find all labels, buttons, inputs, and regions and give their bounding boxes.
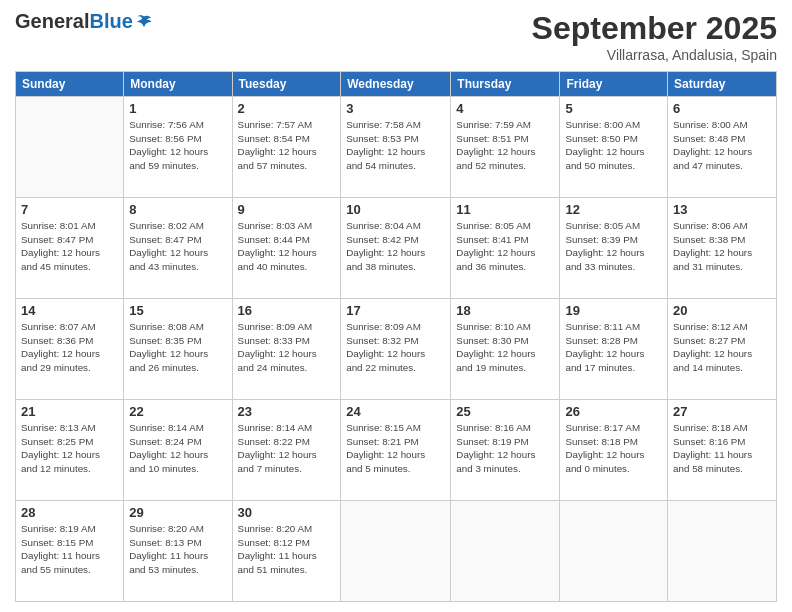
table-cell: 1Sunrise: 7:56 AM Sunset: 8:56 PM Daylig… [124, 97, 232, 198]
day-number: 22 [129, 404, 226, 419]
day-number: 6 [673, 101, 771, 116]
day-number: 27 [673, 404, 771, 419]
day-number: 25 [456, 404, 554, 419]
calendar-week-row: 1Sunrise: 7:56 AM Sunset: 8:56 PM Daylig… [16, 97, 777, 198]
day-number: 21 [21, 404, 118, 419]
table-cell: 11Sunrise: 8:05 AM Sunset: 8:41 PM Dayli… [451, 198, 560, 299]
day-info: Sunrise: 8:19 AM Sunset: 8:15 PM Dayligh… [21, 522, 118, 577]
day-info: Sunrise: 8:16 AM Sunset: 8:19 PM Dayligh… [456, 421, 554, 476]
day-number: 30 [238, 505, 336, 520]
table-cell: 29Sunrise: 8:20 AM Sunset: 8:13 PM Dayli… [124, 501, 232, 602]
table-cell: 14Sunrise: 8:07 AM Sunset: 8:36 PM Dayli… [16, 299, 124, 400]
page: GeneralBlue September 2025 Villarrasa, A… [0, 0, 792, 612]
day-number: 7 [21, 202, 118, 217]
table-cell: 4Sunrise: 7:59 AM Sunset: 8:51 PM Daylig… [451, 97, 560, 198]
day-info: Sunrise: 7:56 AM Sunset: 8:56 PM Dayligh… [129, 118, 226, 173]
day-info: Sunrise: 8:20 AM Sunset: 8:12 PM Dayligh… [238, 522, 336, 577]
day-info: Sunrise: 8:13 AM Sunset: 8:25 PM Dayligh… [21, 421, 118, 476]
logo: GeneralBlue [15, 10, 153, 33]
table-cell: 8Sunrise: 8:02 AM Sunset: 8:47 PM Daylig… [124, 198, 232, 299]
day-info: Sunrise: 8:09 AM Sunset: 8:33 PM Dayligh… [238, 320, 336, 375]
day-info: Sunrise: 8:10 AM Sunset: 8:30 PM Dayligh… [456, 320, 554, 375]
table-cell: 13Sunrise: 8:06 AM Sunset: 8:38 PM Dayli… [668, 198, 777, 299]
day-info: Sunrise: 8:05 AM Sunset: 8:39 PM Dayligh… [565, 219, 662, 274]
day-info: Sunrise: 8:08 AM Sunset: 8:35 PM Dayligh… [129, 320, 226, 375]
table-cell [560, 501, 668, 602]
table-cell: 5Sunrise: 8:00 AM Sunset: 8:50 PM Daylig… [560, 97, 668, 198]
calendar-week-row: 14Sunrise: 8:07 AM Sunset: 8:36 PM Dayli… [16, 299, 777, 400]
day-number: 2 [238, 101, 336, 116]
day-info: Sunrise: 8:00 AM Sunset: 8:48 PM Dayligh… [673, 118, 771, 173]
header: GeneralBlue September 2025 Villarrasa, A… [15, 10, 777, 63]
day-number: 15 [129, 303, 226, 318]
day-info: Sunrise: 8:06 AM Sunset: 8:38 PM Dayligh… [673, 219, 771, 274]
day-number: 23 [238, 404, 336, 419]
col-friday: Friday [560, 72, 668, 97]
day-info: Sunrise: 8:03 AM Sunset: 8:44 PM Dayligh… [238, 219, 336, 274]
month-title: September 2025 [532, 10, 777, 47]
day-number: 10 [346, 202, 445, 217]
day-info: Sunrise: 8:09 AM Sunset: 8:32 PM Dayligh… [346, 320, 445, 375]
day-info: Sunrise: 8:11 AM Sunset: 8:28 PM Dayligh… [565, 320, 662, 375]
day-number: 4 [456, 101, 554, 116]
day-number: 13 [673, 202, 771, 217]
day-info: Sunrise: 8:02 AM Sunset: 8:47 PM Dayligh… [129, 219, 226, 274]
table-cell: 10Sunrise: 8:04 AM Sunset: 8:42 PM Dayli… [341, 198, 451, 299]
table-cell: 9Sunrise: 8:03 AM Sunset: 8:44 PM Daylig… [232, 198, 341, 299]
location: Villarrasa, Andalusia, Spain [532, 47, 777, 63]
day-number: 3 [346, 101, 445, 116]
day-number: 20 [673, 303, 771, 318]
table-cell: 30Sunrise: 8:20 AM Sunset: 8:12 PM Dayli… [232, 501, 341, 602]
day-number: 19 [565, 303, 662, 318]
day-number: 18 [456, 303, 554, 318]
col-thursday: Thursday [451, 72, 560, 97]
day-info: Sunrise: 8:00 AM Sunset: 8:50 PM Dayligh… [565, 118, 662, 173]
day-info: Sunrise: 7:59 AM Sunset: 8:51 PM Dayligh… [456, 118, 554, 173]
logo-bird-icon [135, 13, 153, 31]
calendar-week-row: 21Sunrise: 8:13 AM Sunset: 8:25 PM Dayli… [16, 400, 777, 501]
table-cell [341, 501, 451, 602]
col-monday: Monday [124, 72, 232, 97]
table-cell: 27Sunrise: 8:18 AM Sunset: 8:16 PM Dayli… [668, 400, 777, 501]
day-number: 17 [346, 303, 445, 318]
col-sunday: Sunday [16, 72, 124, 97]
table-cell: 23Sunrise: 8:14 AM Sunset: 8:22 PM Dayli… [232, 400, 341, 501]
table-cell: 26Sunrise: 8:17 AM Sunset: 8:18 PM Dayli… [560, 400, 668, 501]
day-info: Sunrise: 8:20 AM Sunset: 8:13 PM Dayligh… [129, 522, 226, 577]
calendar-table: Sunday Monday Tuesday Wednesday Thursday… [15, 71, 777, 602]
title-block: September 2025 Villarrasa, Andalusia, Sp… [532, 10, 777, 63]
day-number: 8 [129, 202, 226, 217]
day-number: 1 [129, 101, 226, 116]
day-info: Sunrise: 8:01 AM Sunset: 8:47 PM Dayligh… [21, 219, 118, 274]
day-info: Sunrise: 8:14 AM Sunset: 8:22 PM Dayligh… [238, 421, 336, 476]
table-cell [16, 97, 124, 198]
table-cell: 17Sunrise: 8:09 AM Sunset: 8:32 PM Dayli… [341, 299, 451, 400]
day-info: Sunrise: 8:07 AM Sunset: 8:36 PM Dayligh… [21, 320, 118, 375]
table-cell: 24Sunrise: 8:15 AM Sunset: 8:21 PM Dayli… [341, 400, 451, 501]
day-number: 11 [456, 202, 554, 217]
calendar-header-row: Sunday Monday Tuesday Wednesday Thursday… [16, 72, 777, 97]
table-cell: 6Sunrise: 8:00 AM Sunset: 8:48 PM Daylig… [668, 97, 777, 198]
table-cell: 20Sunrise: 8:12 AM Sunset: 8:27 PM Dayli… [668, 299, 777, 400]
table-cell: 2Sunrise: 7:57 AM Sunset: 8:54 PM Daylig… [232, 97, 341, 198]
table-cell: 25Sunrise: 8:16 AM Sunset: 8:19 PM Dayli… [451, 400, 560, 501]
table-cell: 16Sunrise: 8:09 AM Sunset: 8:33 PM Dayli… [232, 299, 341, 400]
table-cell: 19Sunrise: 8:11 AM Sunset: 8:28 PM Dayli… [560, 299, 668, 400]
day-info: Sunrise: 7:57 AM Sunset: 8:54 PM Dayligh… [238, 118, 336, 173]
col-tuesday: Tuesday [232, 72, 341, 97]
day-number: 24 [346, 404, 445, 419]
table-cell [451, 501, 560, 602]
table-cell: 18Sunrise: 8:10 AM Sunset: 8:30 PM Dayli… [451, 299, 560, 400]
table-cell: 7Sunrise: 8:01 AM Sunset: 8:47 PM Daylig… [16, 198, 124, 299]
day-number: 28 [21, 505, 118, 520]
table-cell: 21Sunrise: 8:13 AM Sunset: 8:25 PM Dayli… [16, 400, 124, 501]
day-info: Sunrise: 7:58 AM Sunset: 8:53 PM Dayligh… [346, 118, 445, 173]
day-info: Sunrise: 8:12 AM Sunset: 8:27 PM Dayligh… [673, 320, 771, 375]
table-cell: 28Sunrise: 8:19 AM Sunset: 8:15 PM Dayli… [16, 501, 124, 602]
col-saturday: Saturday [668, 72, 777, 97]
day-number: 12 [565, 202, 662, 217]
day-number: 9 [238, 202, 336, 217]
calendar-week-row: 28Sunrise: 8:19 AM Sunset: 8:15 PM Dayli… [16, 501, 777, 602]
day-number: 26 [565, 404, 662, 419]
table-cell: 22Sunrise: 8:14 AM Sunset: 8:24 PM Dayli… [124, 400, 232, 501]
